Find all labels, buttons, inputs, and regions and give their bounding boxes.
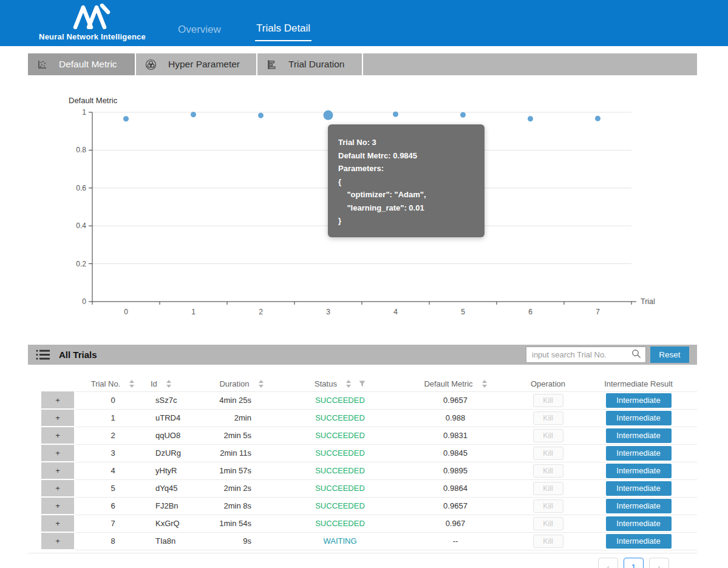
svg-text:5: 5 <box>461 308 465 316</box>
trial-point-3[interactable] <box>324 110 333 120</box>
search-trial-input[interactable] <box>532 350 631 359</box>
svg-text:0: 0 <box>82 297 86 306</box>
trial-point-6[interactable] <box>528 116 533 121</box>
trial-no: 0 <box>75 391 151 409</box>
metric-view-tabbar: Default MetricHyper ParameterTrial Durat… <box>28 53 697 75</box>
intermediate-trial-7-button[interactable]: Intermediate <box>606 516 672 531</box>
sort-icon-default-metric[interactable] <box>482 380 487 388</box>
column-label-id: Id <box>151 379 157 388</box>
all-trials-toolbar: All Trials Reset <box>28 345 697 365</box>
trial-id: KxGrQ <box>151 515 197 532</box>
trial-duration: 2min 8s <box>197 497 285 515</box>
pagination-next-button[interactable]: › <box>649 558 669 568</box>
svg-text:4: 4 <box>393 308 398 316</box>
tooltip-text: Trial No: 3Default Metrc: 0.9845Paramete… <box>338 136 476 228</box>
expand-trial-1-button[interactable]: + <box>41 409 75 427</box>
trial-point-0[interactable] <box>123 116 129 121</box>
kill-trial-8-button[interactable]: Kill <box>533 535 563 548</box>
kill-trial-0-button[interactable]: Kill <box>533 394 563 407</box>
tooltip-line: { <box>338 175 476 189</box>
trial-id: yHtyR <box>151 462 197 479</box>
tooltip-line: "learning_rate": 0.01 <box>338 201 476 215</box>
trial-point-7[interactable] <box>595 116 600 121</box>
trial-metric: 0.9657 <box>395 497 516 515</box>
tab-label: Hyper Parameter <box>168 59 240 70</box>
pagination: ‹ 1 › <box>598 558 669 568</box>
intermediate-trial-3-button[interactable]: Intermediate <box>606 446 672 461</box>
trial-no: 8 <box>75 532 151 550</box>
filter-icon-status[interactable] <box>359 380 366 387</box>
trial-row-2: +2qqUO82min 5sSUCCEEDED0.9831KillInterme… <box>41 427 697 444</box>
nni-logo-icon <box>72 4 112 32</box>
tab-label: Default Metric <box>59 59 117 70</box>
expander-column-header <box>41 376 75 391</box>
tab-hyper-parameter[interactable]: Hyper Parameter <box>136 53 256 75</box>
intermediate-trial-4-button[interactable]: Intermediate <box>606 464 672 478</box>
intermediate-trial-2-button[interactable]: Intermediate <box>606 428 672 443</box>
sort-icon-status[interactable] <box>346 380 351 388</box>
sort-icon-id[interactable] <box>166 380 171 388</box>
trial-point-1[interactable] <box>191 112 196 117</box>
intermediate-trial-8-button[interactable]: Intermediate <box>606 534 672 549</box>
trial-status: WAITING <box>285 532 395 550</box>
expand-trial-8-button[interactable]: + <box>41 532 75 550</box>
intermediate-trial-1-button[interactable]: Intermediate <box>606 411 672 425</box>
expand-trial-6-button[interactable]: + <box>41 497 75 515</box>
expand-trial-5-button[interactable]: + <box>41 479 75 497</box>
sort-icon-trial-no[interactable] <box>129 380 134 388</box>
trial-point-5[interactable] <box>460 112 466 118</box>
trial-row-5: +5dYq452min 2sSUCCEEDED0.9864KillInterme… <box>41 479 697 497</box>
tooltip-line: Trial No: 3 <box>338 136 476 149</box>
trial-point-4[interactable] <box>393 112 398 117</box>
kill-trial-5-button[interactable]: Kill <box>533 482 563 495</box>
expand-trial-0-button[interactable]: + <box>41 391 75 409</box>
trials-table: Trial No.IdDurationStatusDefault MetricO… <box>41 376 697 550</box>
svg-text:0.8: 0.8 <box>76 146 86 154</box>
kill-trial-7-button[interactable]: Kill <box>533 517 563 530</box>
trial-row-4: +4yHtyR1min 57sSUCCEEDED0.9895KillInterm… <box>41 462 697 479</box>
trial-status: SUCCEEDED <box>285 409 395 427</box>
intermediate-trial-5-button[interactable]: Intermediate <box>606 481 672 496</box>
sort-icon-duration[interactable] <box>259 380 264 388</box>
chart-title: Default Metric <box>69 96 118 105</box>
list-icon <box>36 349 50 360</box>
trial-duration: 2min 11s <box>197 444 285 462</box>
pagination-page-1-button[interactable]: 1 <box>624 558 644 568</box>
column-label-operation: Operation <box>531 379 565 388</box>
column-header-intermediate-result: Intermediate Result <box>580 376 697 391</box>
nav-tab-trials-detail[interactable]: Trials Detail <box>255 22 311 41</box>
trial-status: SUCCEEDED <box>285 391 395 409</box>
trial-status: SUCCEEDED <box>285 479 395 497</box>
pagination-prev-button[interactable]: ‹ <box>598 558 618 568</box>
expand-trial-7-button[interactable]: + <box>41 515 75 532</box>
trial-metric: 0.988 <box>395 409 516 427</box>
trial-duration: 9s <box>197 532 285 550</box>
kill-trial-6-button[interactable]: Kill <box>533 499 563 513</box>
svg-text:2: 2 <box>259 308 263 316</box>
kill-trial-4-button[interactable]: Kill <box>533 464 563 478</box>
trial-duration: 4min 25s <box>197 391 285 409</box>
trial-no: 2 <box>75 427 151 444</box>
trial-duration: 2min <box>197 409 285 427</box>
trial-no: 1 <box>75 409 151 427</box>
trial-metric: 0.9845 <box>395 444 516 462</box>
column-header-operation: Operation <box>516 376 580 391</box>
expand-trial-2-button[interactable]: + <box>41 427 75 444</box>
expand-trial-3-button[interactable]: + <box>41 444 75 462</box>
intermediate-trial-6-button[interactable]: Intermediate <box>606 499 672 513</box>
trial-point-2[interactable] <box>258 113 264 118</box>
intermediate-trial-0-button[interactable]: Intermediate <box>606 393 672 408</box>
kill-trial-3-button[interactable]: Kill <box>533 447 563 460</box>
nni-logo[interactable]: Neural Network Intelligence <box>44 4 141 41</box>
tooltip-line: Parameters: <box>338 162 476 175</box>
tab-trial-duration[interactable]: Trial Duration <box>257 53 362 75</box>
tab-default-metric[interactable]: Default Metric <box>28 53 135 75</box>
expand-trial-4-button[interactable]: + <box>41 462 75 479</box>
column-header-default-metric: Default Metric <box>395 376 516 391</box>
column-header-status: Status <box>285 376 395 391</box>
column-label-duration: Duration <box>219 379 249 388</box>
nav-tab-overview[interactable]: Overview <box>178 24 221 36</box>
kill-trial-1-button[interactable]: Kill <box>533 411 563 425</box>
reset-button[interactable]: Reset <box>650 347 689 363</box>
kill-trial-2-button[interactable]: Kill <box>533 429 563 442</box>
